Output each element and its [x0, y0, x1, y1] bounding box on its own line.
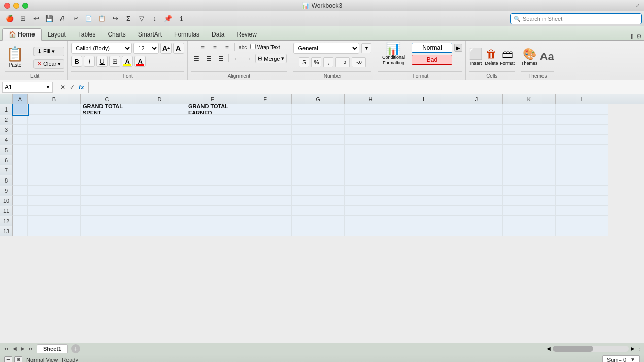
cell-H8[interactable]: [345, 175, 397, 186]
align-middle-button[interactable]: ≡: [209, 43, 220, 52]
cell-D1[interactable]: [133, 104, 186, 115]
cell-L11[interactable]: [556, 206, 608, 216]
cell-G8[interactable]: [292, 175, 345, 186]
cell-J8[interactable]: [450, 175, 503, 186]
cell-F9[interactable]: [239, 186, 292, 196]
align-left-button[interactable]: ☰: [191, 54, 202, 63]
formula-confirm-button[interactable]: ✓: [69, 83, 76, 92]
row-number-11[interactable]: 11: [0, 206, 13, 216]
cell-A10[interactable]: [13, 196, 28, 206]
print-icon[interactable]: 🖨: [57, 13, 68, 24]
cell-A2[interactable]: [13, 115, 28, 125]
cell-G3[interactable]: [292, 125, 345, 135]
bookmark-icon[interactable]: 📌: [162, 13, 174, 24]
merge-button[interactable]: ⊟ Merge ▾: [255, 54, 287, 63]
cell-I12[interactable]: [397, 216, 450, 226]
cell-I1[interactable]: [397, 104, 450, 115]
tab-review[interactable]: Review: [230, 29, 262, 40]
borders-button[interactable]: ⊞: [109, 56, 120, 67]
cell-A13[interactable]: [13, 226, 28, 236]
cell-I7[interactable]: [397, 165, 450, 175]
cell-G12[interactable]: [292, 216, 345, 226]
italic-button[interactable]: I: [84, 56, 95, 67]
align-bottom-button[interactable]: ≡: [221, 43, 232, 52]
cell-K11[interactable]: [503, 206, 556, 216]
increase-decimal-button[interactable]: +.0: [335, 57, 350, 67]
sum-icon[interactable]: Σ: [123, 13, 134, 24]
col-header-E[interactable]: E: [186, 94, 239, 104]
resize-button[interactable]: ⤢: [636, 3, 640, 8]
format-cells-button[interactable]: 🗃 Format: [500, 48, 515, 66]
align-center-button[interactable]: ☰: [203, 54, 214, 63]
number-format-expand-button[interactable]: ▼: [361, 43, 371, 53]
sort-icon[interactable]: ↕: [149, 13, 160, 24]
search-input[interactable]: [523, 16, 638, 22]
cell-K10[interactable]: [503, 196, 556, 206]
cell-J4[interactable]: [450, 135, 503, 145]
row-number-7[interactable]: 7: [0, 165, 13, 175]
wrap-text-checkbox[interactable]: [250, 44, 256, 49]
cell-B2[interactable]: [28, 115, 81, 125]
horizontal-scrollbar[interactable]: [553, 346, 629, 352]
cell-F7[interactable]: [239, 165, 292, 175]
cell-B1[interactable]: [28, 104, 81, 115]
cell-D12[interactable]: [133, 216, 186, 226]
cell-E11[interactable]: [186, 206, 239, 216]
col-header-C[interactable]: C: [81, 94, 133, 104]
col-header-H[interactable]: H: [345, 94, 397, 104]
cell-B6[interactable]: [28, 155, 81, 165]
cell-H5[interactable]: [345, 145, 397, 155]
cell-C4[interactable]: [81, 135, 133, 145]
decrease-font-size-button[interactable]: A-: [173, 43, 184, 54]
row-number-8[interactable]: 8: [0, 175, 13, 186]
sheet-prev-button[interactable]: ◀: [11, 346, 18, 351]
align-right-button[interactable]: ☰: [215, 54, 226, 63]
cell-C7[interactable]: [81, 165, 133, 175]
cell-A5[interactable]: [13, 145, 28, 155]
cell-C12[interactable]: [81, 216, 133, 226]
cell-L3[interactable]: [556, 125, 608, 135]
cut-icon[interactable]: ✂: [70, 13, 81, 24]
cell-B12[interactable]: [28, 216, 81, 226]
cell-I5[interactable]: [397, 145, 450, 155]
grid-icon[interactable]: ⊞: [17, 13, 28, 24]
formula-cancel-button[interactable]: ✕: [59, 83, 66, 92]
cell-F13[interactable]: [239, 226, 292, 236]
cell-H4[interactable]: [345, 135, 397, 145]
cell-C1[interactable]: GRAND TOTAL SPENT: [81, 104, 133, 115]
paste-button[interactable]: 📋 Paste: [5, 45, 25, 69]
abc-wrap-button[interactable]: abc: [237, 43, 248, 52]
cell-D6[interactable]: [133, 155, 186, 165]
cell-D11[interactable]: [133, 206, 186, 216]
redo-icon[interactable]: ↪: [110, 13, 121, 24]
cell-H7[interactable]: [345, 165, 397, 175]
font-size-select[interactable]: 12 891011 14161824: [133, 43, 159, 54]
tab-home[interactable]: 🏠 Home: [2, 28, 42, 41]
col-header-L[interactable]: L: [556, 94, 608, 104]
cell-D7[interactable]: [133, 165, 186, 175]
cell-J12[interactable]: [450, 216, 503, 226]
cell-L13[interactable]: [556, 226, 608, 236]
cell-B4[interactable]: [28, 135, 81, 145]
row-number-10[interactable]: 10: [0, 196, 13, 206]
indent-increase-button[interactable]: →: [243, 54, 254, 63]
help-icon[interactable]: ℹ: [176, 13, 187, 24]
cell-K12[interactable]: [503, 216, 556, 226]
cell-G1[interactable]: [292, 104, 345, 115]
normal-style-button[interactable]: Normal: [412, 43, 452, 53]
cell-I11[interactable]: [397, 206, 450, 216]
sheet-last-button[interactable]: ⏭: [27, 346, 36, 351]
cell-J2[interactable]: [450, 115, 503, 125]
cell-B5[interactable]: [28, 145, 81, 155]
cell-F11[interactable]: [239, 206, 292, 216]
cell-B8[interactable]: [28, 175, 81, 186]
cell-I2[interactable]: [397, 115, 450, 125]
font-color-button[interactable]: A: [134, 56, 146, 67]
cell-H9[interactable]: [345, 186, 397, 196]
cell-K1[interactable]: [503, 104, 556, 115]
cell-E3[interactable]: [186, 125, 239, 135]
percent-button[interactable]: %: [311, 57, 321, 67]
cell-H3[interactable]: [345, 125, 397, 135]
decrease-decimal-button[interactable]: -.0: [352, 57, 366, 67]
cell-F12[interactable]: [239, 216, 292, 226]
